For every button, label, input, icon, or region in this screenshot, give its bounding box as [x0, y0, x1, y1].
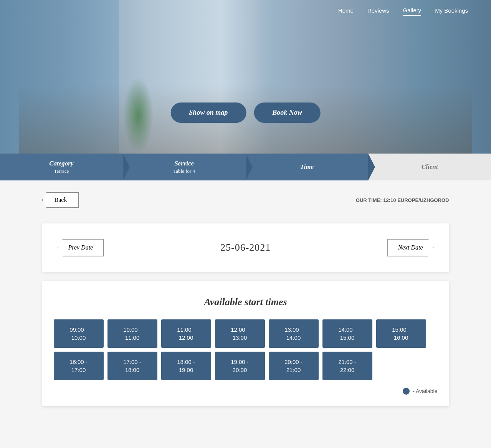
time-slot[interactable]: 10:00 - 11:00 — [107, 319, 157, 348]
time-slots-grid: 09:00 - 10:0010:00 - 11:0011:00 - 12:001… — [50, 319, 441, 380]
nav-my-bookings[interactable]: My Bookings — [435, 7, 468, 15]
times-title: Available start times — [50, 296, 441, 308]
step-category-sub: Terrace — [54, 168, 69, 174]
time-slot[interactable]: 12:00 - 13:00 — [215, 319, 265, 348]
date-nav-card: Prev Date 25-06-2021 Next Date — [42, 223, 449, 272]
back-label: Back — [55, 197, 67, 203]
nav-home[interactable]: Home — [338, 7, 354, 15]
book-now-button[interactable]: Book Now — [254, 102, 321, 123]
time-slot[interactable]: 14:00 - 15:00 — [322, 319, 372, 348]
our-time-value: 12:10 EUROPE/UZHGOROD — [383, 197, 449, 203]
our-time-label: OUR TIME: — [356, 197, 382, 203]
time-slot[interactable]: 09:00 - 10:00 — [54, 319, 104, 348]
time-slot[interactable]: 18:00 - 19:00 — [161, 352, 211, 380]
nav-gallery[interactable]: Gallery — [403, 7, 422, 16]
step-category-label: Category — [49, 160, 73, 167]
current-date: 25-06-2021 — [220, 242, 271, 253]
nav-reviews[interactable]: Reviews — [367, 7, 389, 15]
step-time: Time — [246, 154, 369, 180]
time-slot[interactable]: 17:00 - 18:00 — [107, 352, 157, 380]
step-service-sub: Table for 4 — [173, 168, 195, 174]
back-button[interactable]: Back — [42, 192, 79, 208]
time-slot[interactable]: 21:00 - 22:00 — [322, 352, 372, 380]
step-time-label: Time — [300, 163, 314, 171]
time-slot[interactable]: 13:00 - 14:00 — [269, 319, 319, 348]
times-card: Available start times 09:00 - 10:0010:00… — [42, 281, 449, 406]
time-slot[interactable]: 16:00 - 17:00 — [54, 352, 104, 380]
next-date-button[interactable]: Next Date — [387, 239, 433, 256]
prev-date-button[interactable]: Prev Date — [58, 239, 104, 256]
step-client-label: Client — [422, 163, 438, 171]
legend-row: - Available — [50, 388, 441, 395]
step-category: Category Terrace — [0, 154, 123, 180]
step-service-label: Service — [174, 160, 194, 167]
our-time: OUR TIME: 12:10 EUROPE/UZHGOROD — [356, 197, 449, 203]
steps-bar: Category Terrace Service Table for 4 Tim… — [0, 154, 491, 180]
main-nav: Home Reviews Gallery My Bookings — [0, 0, 491, 23]
hero-buttons: Show on map Book Now — [170, 102, 321, 123]
time-slot[interactable]: 19:00 - 20:00 — [215, 352, 265, 380]
available-dot — [403, 388, 410, 395]
back-row: Back OUR TIME: 12:10 EUROPE/UZHGOROD — [42, 188, 449, 212]
step-client: Client — [368, 154, 491, 180]
time-slot[interactable]: 11:00 - 12:00 — [161, 319, 211, 348]
step-service: Service Table for 4 — [123, 154, 246, 180]
legend-label: - Available — [413, 388, 437, 394]
show-on-map-button[interactable]: Show on map — [170, 102, 246, 123]
main-content: Back OUR TIME: 12:10 EUROPE/UZHGOROD Pre… — [35, 180, 457, 414]
time-slot[interactable]: 20:00 - 21:00 — [269, 352, 319, 380]
time-slot[interactable]: 15:00 - 16:00 — [376, 319, 426, 348]
